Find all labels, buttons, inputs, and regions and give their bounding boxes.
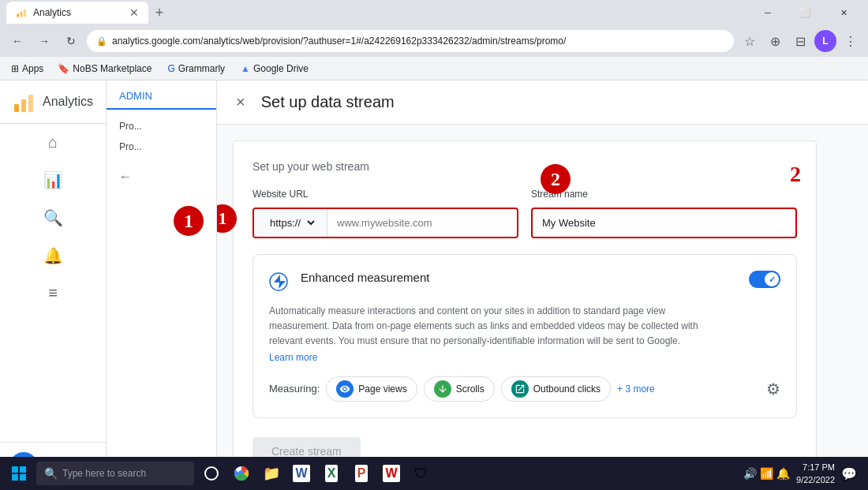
main-content: × Set up data stream Set up your web str… xyxy=(217,80,868,490)
stream-name-input[interactable] xyxy=(531,208,797,238)
learn-more-link[interactable]: Learn more xyxy=(269,352,317,363)
close-page-button[interactable]: × xyxy=(236,93,245,111)
annotation-1: 1 xyxy=(217,204,237,233)
admin-item-1-label: Pro... xyxy=(119,121,142,132)
protocol-dropdown[interactable]: https:// http:// xyxy=(264,216,317,230)
explore-icon: 🔍 xyxy=(43,208,63,227)
sidebar-item-configure[interactable]: ≡ xyxy=(0,275,106,312)
page-title: Set up data stream xyxy=(261,93,395,111)
measurements-settings-icon[interactable]: ⚙ xyxy=(766,380,780,398)
shield-icon: 🛡 xyxy=(414,466,428,482)
taskbar-excel-icon[interactable]: X xyxy=(317,459,346,488)
scrolls-chip[interactable]: Scrolls xyxy=(424,376,495,402)
taskbar-search-bar[interactable]: 🔍 Type here to search xyxy=(36,462,194,485)
taskbar-icons: 📁 W X P W 🛡 xyxy=(197,459,436,488)
taskbar-search-icon: 🔍 xyxy=(44,467,58,480)
browser-tab[interactable]: Analytics ✕ xyxy=(6,2,148,24)
window-minimize-button[interactable]: ─ xyxy=(750,0,786,25)
apps-bookmark[interactable]: ⊞ Apps xyxy=(6,62,48,76)
more-measurements-link[interactable]: + 3 more xyxy=(617,383,655,395)
taskbar-wps-icon[interactable]: W xyxy=(377,459,406,488)
enhanced-toggle[interactable]: ✓ xyxy=(749,271,780,288)
split-screen-icon[interactable]: ⊟ xyxy=(789,30,811,52)
window-maximize-button[interactable]: ⬜ xyxy=(788,0,824,25)
url-input[interactable] xyxy=(327,209,517,237)
window-close-button[interactable]: ✕ xyxy=(825,0,862,25)
new-tab-button[interactable]: + xyxy=(148,2,170,24)
tab-favicon xyxy=(16,7,27,18)
network-icon[interactable]: 📶 xyxy=(760,467,773,480)
title-bar: Analytics ✕ + ─ ⬜ ✕ xyxy=(0,0,868,25)
bookmark-icon[interactable]: ☆ xyxy=(739,30,761,52)
wps-icon: W xyxy=(383,465,399,482)
grammarly-bookmark[interactable]: G Grammarly xyxy=(161,62,231,76)
profile-button[interactable]: L xyxy=(814,30,836,52)
sidebar-item-explore[interactable]: 🔍 xyxy=(0,199,106,237)
url-label: Website URL xyxy=(253,189,518,200)
refresh-button[interactable]: ↻ xyxy=(60,30,82,52)
taskbar-clock[interactable]: 7:17 PM 9/22/2022 xyxy=(796,461,835,487)
more-menu-button[interactable]: ⋮ xyxy=(840,30,862,52)
tab-close-button[interactable]: ✕ xyxy=(129,6,139,19)
admin-strip: ADMIN Pro... Pro... ← xyxy=(107,80,217,490)
setup-card: Set up your web stream 1 Website URL htt… xyxy=(233,140,817,485)
annotation-2-overlay: 2 xyxy=(541,164,571,194)
taskbar-word-icon[interactable]: W xyxy=(287,459,316,488)
url-text: analytics.google.com/analytics/web/provi… xyxy=(112,36,724,47)
omnibox-bar: ← → ↻ 🔒 analytics.google.com/analytics/w… xyxy=(0,25,868,57)
drive-bookmark[interactable]: ▲ Google Drive xyxy=(234,62,315,76)
enhanced-measurement-section: Enhanced measurement ✓ Automatically mea… xyxy=(253,254,797,418)
start-button[interactable] xyxy=(5,459,33,488)
enhanced-measurement-icon xyxy=(269,272,288,291)
taskbar-cortana-icon[interactable] xyxy=(197,459,226,488)
stream-name-label: Stream name xyxy=(531,189,797,200)
battery-icon[interactable]: 🔔 xyxy=(776,467,790,480)
nobs-bookmark[interactable]: 🔖 NoBS Marketplace xyxy=(51,62,158,76)
admin-item-1[interactable]: Pro... xyxy=(107,116,216,137)
taskbar-file-explorer-icon[interactable]: 📁 xyxy=(257,459,286,488)
apps-label: Apps xyxy=(22,63,43,74)
annotation-1-overlay: 1 xyxy=(174,206,204,236)
taskbar-date: 9/22/2022 xyxy=(796,473,835,487)
svg-rect-1 xyxy=(21,12,23,17)
admin-tab[interactable]: ADMIN xyxy=(107,84,216,110)
enhanced-header: Enhanced measurement ✓ xyxy=(269,271,780,296)
address-bar[interactable]: 🔒 analytics.google.com/analytics/web/pro… xyxy=(87,30,734,52)
back-navigation-button[interactable]: ← xyxy=(107,163,216,190)
cortana-icon xyxy=(204,466,219,481)
omnibox-actions: ☆ ⊕ ⊟ L ⋮ xyxy=(739,30,862,52)
measuring-row: Measuring: Page views Scrolls xyxy=(269,376,780,402)
nobs-label: NoBS Marketplace xyxy=(73,63,152,74)
sidebar-item-home[interactable]: ⌂ xyxy=(0,124,106,161)
taskbar-time: 7:17 PM xyxy=(796,461,835,474)
grammarly-icon: G xyxy=(167,63,174,74)
taskbar-chrome-icon[interactable] xyxy=(227,459,256,488)
back-button[interactable]: ← xyxy=(6,30,28,52)
grammarly-label: Grammarly xyxy=(178,63,225,74)
app-container: Analytics ⌂ 📊 🔍 🔔 ≡ ⚙ ADMIN xyxy=(0,80,868,490)
protocol-select[interactable]: https:// http:// xyxy=(254,209,327,237)
drive-label: Google Drive xyxy=(253,63,309,74)
measuring-label: Measuring: xyxy=(269,383,320,395)
admin-item-2[interactable]: Pro... xyxy=(107,137,216,157)
notifications-icon[interactable]: 💬 xyxy=(841,466,857,481)
stream-name-form-group: 2 Stream name xyxy=(531,189,797,238)
section-subtitle: Set up your web stream xyxy=(253,160,797,173)
enhanced-description: Automatically measure interactions and c… xyxy=(269,304,727,350)
extension-puzzle-icon[interactable]: ⊕ xyxy=(764,30,786,52)
bookmarks-bar: ⊞ Apps 🔖 NoBS Marketplace G Grammarly ▲ … xyxy=(0,57,868,80)
taskbar: 🔍 Type here to search 📁 W X P xyxy=(0,457,868,490)
taskbar-browser2-icon[interactable]: 🛡 xyxy=(407,459,436,488)
svg-rect-0 xyxy=(17,13,19,17)
outbound-clicks-chip[interactable]: Outbound clicks xyxy=(501,376,611,402)
home-icon: ⌂ xyxy=(48,133,58,151)
volume-icon[interactable]: 🔊 xyxy=(743,467,757,480)
taskbar-powerpoint-icon[interactable]: P xyxy=(347,459,376,488)
taskbar-search-text: Type here to search xyxy=(62,468,146,479)
tab-title: Analytics xyxy=(33,7,123,18)
sidebar-item-reports[interactable]: 📊 xyxy=(0,161,106,199)
page-views-chip[interactable]: Page views xyxy=(326,376,417,402)
sidebar-item-advertising[interactable]: 🔔 xyxy=(0,237,106,275)
sidebar: Analytics ⌂ 📊 🔍 🔔 ≡ ⚙ xyxy=(0,80,107,490)
forward-button[interactable]: → xyxy=(33,30,55,52)
